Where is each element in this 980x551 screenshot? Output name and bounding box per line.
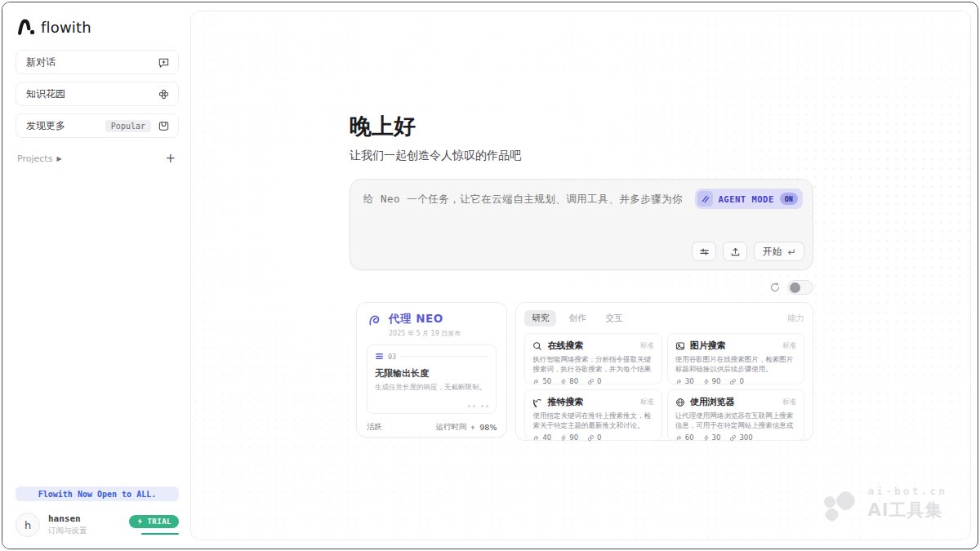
sidebar-nav: 新对话 知识花园 发现更多 [16, 50, 179, 138]
ai-bot-logo-icon [822, 489, 860, 522]
agent-mode-icon [697, 191, 713, 207]
neo-feature-box: 03 无限输出长度 生成任意长度的响应，无截断限制。 [367, 344, 497, 414]
announcement-banner[interactable]: Flowith Now Open to ALL. [16, 487, 179, 501]
avatar[interactable]: h [16, 513, 40, 537]
credit-icon [675, 434, 683, 442]
bolt-icon [703, 434, 710, 442]
archive-box-icon [158, 120, 170, 132]
stat-credits: 30 [685, 377, 694, 385]
neo-card-title: 代理 NEO [389, 312, 461, 327]
watermark: ai-bot.cn AI工具集 [822, 485, 947, 522]
mode-toggle-switch[interactable] [787, 280, 813, 295]
composer-actions: 开始 [692, 242, 804, 261]
add-project-button[interactable]: + [165, 153, 176, 165]
agent-mode-label: AGENT MODE [719, 194, 774, 204]
capability-description: 执行智能网络搜索：分析指令提取关键搜索词，执行谷歌搜索，并为每个结果生成摘... [532, 355, 653, 375]
sidebar: flowith 新对话 知识花园 [2, 2, 190, 549]
twitter-icon [532, 398, 542, 407]
globe-icon [675, 398, 685, 407]
stat-credits: 60 [685, 433, 694, 442]
refresh-icon[interactable] [769, 282, 781, 293]
bolt-icon [703, 378, 710, 385]
trial-label: TRIAL [147, 518, 172, 526]
sidebar-item-label: 知识花园 [26, 87, 65, 101]
sidebar-item-new-chat[interactable]: 新对话 [16, 50, 179, 74]
neo-card-footer: 活跃 运行时间 98% [367, 422, 497, 433]
chevron-right-icon: ▶ [56, 155, 61, 162]
projects-toggle[interactable]: Projects ▶ [17, 153, 62, 164]
user-subtitle: 订阅与设置 [48, 526, 129, 536]
credit-icon [675, 378, 683, 385]
capability-tag: 标准 [640, 341, 654, 351]
upload-button[interactable] [723, 242, 747, 261]
greeting-title: 晚上好 [350, 112, 813, 141]
user-meta[interactable]: hansen 订阅与设置 [48, 513, 129, 536]
credit-icon [532, 378, 540, 385]
trial-badge[interactable]: TRIAL [129, 515, 179, 528]
capabilities-tabs: 研究 创作 交互 能力 [524, 310, 804, 327]
capability-tag: 标准 [640, 398, 654, 407]
stat-speed: 90 [569, 433, 578, 442]
capability-card-image-search[interactable]: 图片搜索 标准 使用谷歌图片在线搜索图片，检索图片标题和链接以供后续步骤使用。 … [667, 333, 804, 384]
stat-links: 300 [739, 433, 752, 442]
sliders-icon [699, 247, 710, 257]
start-button[interactable]: 开始 [754, 242, 804, 261]
tab-create[interactable]: 创作 [561, 310, 593, 327]
task-composer[interactable]: AGENT MODE ON 开始 [350, 179, 813, 270]
capabilities-panel: 研究 创作 交互 能力 在线搜索 标准 执行智能网络搜索：分析指令提取 [515, 302, 813, 441]
feature-index: 03 [388, 353, 396, 361]
feature-description: 生成任意长度的响应，无截断限制。 [375, 383, 488, 393]
popular-badge: Popular [105, 120, 151, 132]
neo-release-date: 2025 年 5 月 19 日发布 [389, 329, 461, 338]
capability-title: 在线搜索 [547, 340, 583, 352]
settings-sliders-button[interactable] [692, 242, 716, 261]
app-window: flowith 新对话 知识花园 [2, 2, 978, 549]
capability-stats: 60 30 300 [675, 433, 796, 442]
greeting-subtitle: 让我们一起创造令人惊叹的作品吧 [350, 149, 813, 163]
capability-tag: 标准 [782, 341, 796, 351]
capability-stats: 50 80 0 [532, 377, 653, 385]
capability-stats: 30 90 0 [675, 377, 796, 385]
image-icon [675, 341, 685, 351]
stat-speed: 80 [569, 377, 578, 385]
tab-interact[interactable]: 交互 [598, 310, 630, 327]
capability-description: 使用谷歌图片在线搜索图片，检索图片标题和链接以供后续步骤使用。 [675, 355, 796, 375]
sidebar-item-label: 新对话 [26, 56, 56, 69]
sidebar-item-discover[interactable]: 发现更多 Popular [16, 113, 179, 138]
tab-research[interactable]: 研究 [524, 310, 556, 327]
capability-stats: 40 90 0 [532, 433, 653, 442]
projects-label: Projects [17, 153, 52, 164]
bolt-icon [560, 434, 567, 442]
capability-title: 图片搜索 [690, 340, 726, 352]
sidebar-bottom: Flowith Now Open to ALL. h hansen 订阅与设置 … [16, 487, 179, 537]
list-icon [375, 352, 384, 361]
stat-speed: 30 [712, 433, 721, 442]
link-icon [587, 378, 595, 385]
agent-mode-toggle[interactable]: AGENT MODE ON [695, 189, 803, 209]
stat-links: 0 [597, 433, 601, 442]
start-label: 开始 [763, 246, 782, 258]
stat-credits: 50 [542, 377, 551, 385]
task-input[interactable] [363, 193, 682, 205]
link-icon [729, 378, 737, 385]
sidebar-item-knowledge-garden[interactable]: 知识花园 [16, 82, 179, 106]
app-logo: flowith [16, 17, 179, 37]
chat-plus-icon [158, 56, 170, 69]
sidebar-item-label: 发现更多 [26, 119, 65, 133]
capability-card-use-browser[interactable]: 使用浏览器 标准 让代理使用网络浏览器在互联网上搜索信息，可用于在特定网站上搜索… [667, 389, 804, 441]
stat-speed: 90 [712, 377, 721, 385]
user-row: h hansen 订阅与设置 TRIAL [16, 513, 179, 537]
capabilities-grid: 在线搜索 标准 执行智能网络搜索：分析指令提取关键搜索词，执行谷歌搜索，并为每个… [524, 333, 804, 441]
divider-line [400, 356, 488, 357]
credit-icon [532, 434, 540, 442]
neo-agent-card[interactable]: 代理 NEO 2025 年 5 月 19 日发布 03 无限输出长度 生成任意长… [356, 302, 507, 438]
watermark-title: AI工具集 [868, 499, 947, 522]
main-panel: 晚上好 让我们一起创造令人惊叹的作品吧 AGENT MODE ON [190, 11, 971, 540]
carousel-dots[interactable] [468, 405, 488, 407]
stat-credits: 40 [542, 433, 551, 442]
toggle-row [350, 280, 813, 295]
capability-card-online-search[interactable]: 在线搜索 标准 执行智能网络搜索：分析指令提取关键搜索词，执行谷歌搜索，并为每个… [524, 333, 662, 384]
neo-glyph-icon [367, 312, 383, 328]
link-icon [729, 434, 737, 442]
capability-card-twitter-search[interactable]: 推特搜索 标准 使用指定关键词在推特上搜索推文，检索关于特定主题的最新推文和讨论… [524, 389, 662, 441]
